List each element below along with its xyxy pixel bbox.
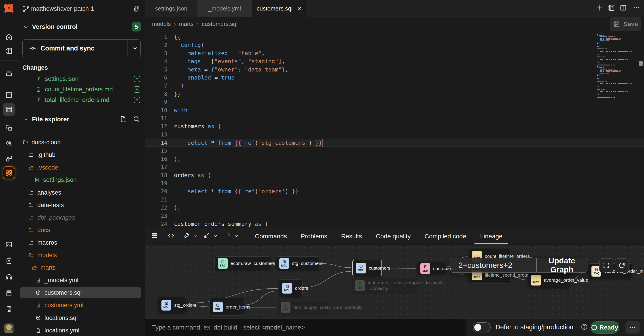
code-line-3[interactable]: 3 materialized = "table", — [145, 49, 644, 57]
chevron-down-icon[interactable] — [234, 233, 239, 239]
code-line-10[interactable]: 10with — [145, 106, 644, 114]
tree-item-analyses[interactable]: analyses — [18, 187, 145, 198]
lineage-node-order_items[interactable]: MDLorder_items — [210, 298, 244, 316]
more-actions-button[interactable] — [626, 321, 640, 334]
layers-icon[interactable] — [3, 67, 15, 79]
tree-item-customers.yml[interactable]: customers.yml — [18, 300, 145, 311]
tree-item-marts[interactable]: marts — [18, 262, 145, 273]
code-editor[interactable]: 1{{2 config(3 materialized = "table",4 t… — [145, 33, 644, 229]
search-files-icon[interactable] — [132, 115, 140, 123]
terminal-icon[interactable] — [3, 238, 15, 251]
book-icon[interactable] — [3, 287, 15, 299]
lineage-node-customers[interactable]: SEMcustomers — [417, 262, 445, 276]
code-line-20[interactable]: 20 select * from {{ ref('orders') }} — [145, 187, 644, 195]
code-line-11[interactable]: 11 — [145, 114, 644, 122]
lineage-node-customers[interactable]: MDLcustomers — [352, 260, 382, 276]
panel-tab-Lineage[interactable]: Lineage — [480, 228, 502, 244]
code-line-12[interactable]: 12customers as ( — [145, 122, 644, 130]
file-explorer-title[interactable]: File explorer — [32, 116, 69, 123]
tree-item-models[interactable]: models — [18, 250, 145, 261]
tree-item-locations.yml[interactable]: locations.yml — [18, 325, 145, 336]
code-line-16[interactable]: 16), — [145, 155, 644, 163]
code-line-22[interactable]: 22), — [145, 204, 644, 212]
scrollbar-handle[interactable] — [639, 61, 643, 66]
clipboard-icon[interactable] — [3, 255, 15, 267]
tree-item-dbt_packages[interactable]: dbt_packages — [18, 212, 145, 223]
branch-name[interactable]: matthewshaver-patch-1 — [31, 5, 94, 12]
lineage-node-stg_orders[interactable]: MDLstg_orders — [158, 297, 186, 313]
panel-tab-Results[interactable]: Results — [341, 228, 362, 244]
refresh-graph-button[interactable] — [615, 259, 629, 272]
lineage-node-ecom.raw_customers[interactable]: SRCecom.raw_customers — [214, 257, 270, 270]
copy-branch-icon[interactable] — [133, 5, 140, 12]
tree-item-.vscode[interactable]: .vscode — [18, 162, 145, 173]
command-input[interactable] — [145, 319, 466, 336]
building-icon[interactable] — [3, 303, 15, 316]
fullscreen-button[interactable] — [599, 259, 613, 272]
commit-dropdown-chevron-icon[interactable] — [132, 45, 138, 51]
tree-item-.github[interactable]: .github — [18, 149, 145, 160]
tab-settings.json[interactable]: settings.json — [145, 0, 198, 17]
code-line-5[interactable]: 5 meta = {"owner": "data-team"}, — [145, 66, 644, 74]
chevron-down-icon[interactable] — [23, 117, 29, 122]
tree-item-customers.sql[interactable]: customers.sql — [18, 287, 145, 298]
commit-and-sync-button[interactable]: Commit and sync — [22, 39, 141, 57]
panel-tab-Commands[interactable]: Commands — [255, 228, 287, 244]
tree-item-locations.sql[interactable]: locations.sql — [18, 313, 145, 323]
code-line-2[interactable]: 2 config( — [145, 41, 644, 49]
breadcrumb-item[interactable]: marts — [179, 20, 194, 27]
help-question-icon[interactable] — [580, 323, 588, 331]
code-line-1[interactable]: 1{{ — [145, 33, 644, 41]
version-control-title[interactable]: Version control — [32, 23, 78, 30]
code-line-7[interactable]: 7 ) — [145, 82, 644, 90]
changed-file-row[interactable]: count_lifetime_orders.md+ — [18, 84, 145, 94]
code-line-14[interactable]: 14 select * from {{ ref('stg_customers')… — [145, 139, 644, 147]
new-file-icon[interactable] — [119, 115, 127, 123]
update-graph-button[interactable]: Update Graph — [537, 256, 588, 274]
breadcrumb-item[interactable]: customers.sql — [202, 20, 238, 27]
minimap[interactable] — [596, 33, 638, 98]
tree-item-settings.json[interactable]: settings.json+ — [18, 174, 145, 185]
tab-customers.sql[interactable]: customers.sql — [252, 0, 308, 17]
lineage-node-stg_customers[interactable]: MDLstg_customers — [276, 257, 320, 270]
home-icon[interactable] — [3, 31, 15, 43]
code-editor-icon[interactable] — [3, 103, 15, 116]
tree-item-docs-cloud[interactable]: docs-cloud — [18, 137, 145, 148]
defer-toggle[interactable] — [473, 322, 490, 333]
code-line-13[interactable]: 13 — [145, 131, 644, 139]
lineage-search-input[interactable]: 2+customers+2 — [451, 261, 536, 270]
save-button[interactable]: Save — [610, 17, 641, 31]
close-tab-icon[interactable] — [296, 6, 302, 12]
panel-tab-Compiled code[interactable]: Compiled code — [424, 228, 466, 244]
code-line-24[interactable]: 24customer_orders_summary as ( — [145, 220, 644, 228]
tab-_models.yml[interactable]: _models.yml — [198, 0, 252, 17]
changed-file-row[interactable]: total_lifetime_orders.md+ — [18, 95, 145, 105]
tree-item-data-tests[interactable]: data-tests — [18, 200, 145, 210]
dbt-logo[interactable] — [3, 2, 15, 14]
tree-item-docs[interactable]: docs — [18, 225, 145, 236]
code-view-icon[interactable] — [167, 232, 175, 240]
lineage-node-test_order_items_compute_to_bools[interactable]: TSTtest_order_items_compute_to_bools_cor… — [352, 278, 416, 293]
tree-item-macros[interactable]: macros — [18, 237, 145, 248]
code-line-18[interactable]: 18orders as ( — [145, 171, 644, 179]
panel-tab-Problems[interactable]: Problems — [301, 228, 327, 244]
panel-tab-Code quality[interactable]: Code quality — [376, 228, 411, 244]
frame-icon[interactable] — [3, 121, 15, 134]
code-line-17[interactable]: 17 — [145, 163, 644, 171]
grid-icon[interactable] — [3, 89, 15, 101]
lineage-node-average_order_value[interactable]: METaverage_order_value — [528, 272, 570, 288]
code-line-6[interactable]: 6 enabled = true — [145, 74, 644, 82]
code-line-15[interactable]: 15 — [145, 147, 644, 155]
chevron-down-icon[interactable] — [192, 233, 198, 239]
notebook-icon[interactable] — [3, 45, 15, 57]
code-line-9[interactable]: 9 — [145, 98, 644, 106]
status-badge[interactable]: Ready — [590, 321, 619, 334]
network-icon[interactable] — [3, 152, 15, 165]
breadcrumb-item[interactable]: models — [152, 20, 171, 27]
lineage-canvas[interactable]: SRCecom.raw_customersMDLstg_customersMDL… — [145, 244, 644, 319]
build-wrench-icon[interactable] — [182, 232, 190, 240]
lineage-node-test_supply_costs_sum_correctly[interactable]: TSTtest_supply_costs_sum_correctly — [277, 301, 328, 314]
format-broom-icon[interactable] — [202, 232, 210, 240]
chevron-down-icon[interactable] — [212, 233, 218, 239]
chevron-down-icon[interactable] — [23, 24, 29, 30]
